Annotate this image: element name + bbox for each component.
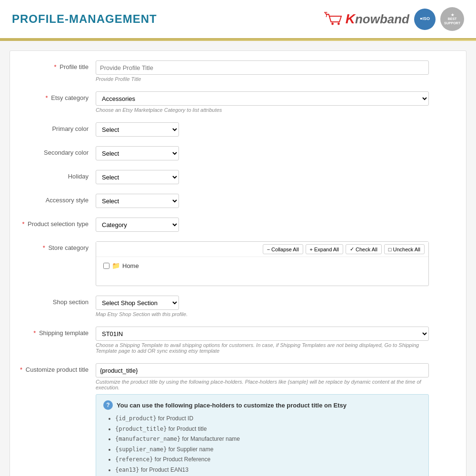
list-item: {product_title} for Product title bbox=[115, 424, 421, 435]
profile-title-hint: Provide Profile Title bbox=[96, 76, 429, 82]
info-icon: ? bbox=[103, 400, 113, 410]
required-star-2: * bbox=[46, 94, 48, 101]
tree-item-home-checkbox[interactable] bbox=[103, 263, 109, 269]
header-divider bbox=[0, 40, 476, 41]
secondary-color-field: Select bbox=[96, 146, 429, 160]
placeholder-list: {id_product} for Product ID {product_tit… bbox=[103, 414, 421, 476]
store-category-toolbar: − Collapse All + Expand All ✓ Check All … bbox=[96, 242, 428, 257]
check-all-button[interactable]: ✓ Check All bbox=[346, 244, 382, 254]
profile-title-row: * Profile title Provide Profile Title bbox=[20, 60, 456, 84]
required-star-3: * bbox=[22, 220, 24, 228]
list-item: {id_product} for Product ID bbox=[115, 414, 421, 424]
profile-title-label: * Profile title bbox=[20, 60, 96, 70]
tree-item-home-label: Home bbox=[122, 262, 139, 269]
expand-all-button[interactable]: + Expand All bbox=[306, 244, 343, 254]
product-selection-type-row: * Product selection type Category bbox=[20, 218, 456, 234]
info-box-header: ? You can use the following place-holder… bbox=[103, 400, 421, 410]
tree-item-home: 📁 Home bbox=[103, 262, 421, 269]
store-category-field: − Collapse All + Expand All ✓ Check All … bbox=[96, 241, 429, 286]
shipping-template-field: ST01IN Choose a Shipping Template to ava… bbox=[96, 327, 429, 354]
placeholder-info-box: ? You can use the following place-holder… bbox=[96, 394, 429, 476]
expand-icon: + bbox=[310, 247, 313, 252]
holiday-label: Holiday bbox=[20, 170, 96, 180]
header-logos: K nowband ● ISO ★ BEST SUPPORT bbox=[324, 7, 464, 31]
shop-section-select[interactable]: Select Shop Section bbox=[96, 296, 179, 310]
page-title: PROFILE-MANAGEMENT bbox=[12, 12, 157, 26]
shop-section-field: Select Shop Section Map Etsy Shop Sectio… bbox=[96, 296, 429, 317]
uncheck-icon: □ bbox=[388, 247, 392, 252]
store-category-box: − Collapse All + Expand All ✓ Check All … bbox=[96, 241, 429, 286]
list-item: {ean13} for Product EAN13 bbox=[115, 465, 421, 476]
check-icon: ✓ bbox=[350, 246, 354, 252]
customize-product-title-input[interactable] bbox=[96, 363, 429, 377]
primary-color-select[interactable]: Select bbox=[96, 122, 179, 137]
accessory-style-row: Accessory style Select bbox=[20, 194, 456, 210]
profile-title-field: Provide Profile Title bbox=[96, 60, 429, 82]
shop-section-hint: Map Etsy Shop Section with this profile. bbox=[96, 311, 429, 317]
customize-product-title-row: * Customize product title Customize the … bbox=[20, 363, 456, 476]
shipping-template-row: * Shipping template ST01IN Choose a Ship… bbox=[20, 327, 456, 356]
svg-point-1 bbox=[337, 23, 340, 25]
customize-product-title-field: Customize the product title by using the… bbox=[96, 363, 429, 476]
required-star-6: * bbox=[20, 366, 22, 373]
secondary-color-label: Secondary color bbox=[20, 146, 96, 156]
store-category-label: * Store category bbox=[20, 241, 96, 251]
etsy-category-select[interactable]: Accessories bbox=[96, 91, 429, 106]
shop-section-label: Shop section bbox=[20, 296, 96, 306]
logo-text: nowband bbox=[355, 12, 409, 27]
holiday-row: Holiday Select bbox=[20, 170, 456, 187]
shop-section-row: Shop section Select Shop Section Map Ets… bbox=[20, 296, 456, 319]
cart-icon bbox=[324, 12, 343, 26]
shipping-template-label: * Shipping template bbox=[20, 327, 96, 337]
shipping-template-select[interactable]: ST01IN bbox=[96, 327, 429, 341]
list-item: {supplier_name} for Supplier name bbox=[115, 445, 421, 455]
collapse-icon: − bbox=[267, 247, 270, 252]
etsy-category-label: * Etsy category bbox=[20, 91, 96, 101]
customize-product-title-label: * Customize product title bbox=[20, 363, 96, 373]
collapse-all-button[interactable]: − Collapse All bbox=[263, 244, 303, 254]
primary-color-field: Select bbox=[96, 122, 429, 137]
knowband-logo: K nowband bbox=[324, 11, 409, 27]
secondary-color-select[interactable]: Select bbox=[96, 146, 179, 160]
required-star-5: * bbox=[33, 329, 36, 337]
accessory-style-field: Select bbox=[96, 194, 429, 208]
profile-title-input[interactable] bbox=[96, 60, 429, 75]
shipping-template-hint: Choose a Shipping Template to avail ship… bbox=[96, 342, 429, 354]
list-item: {manufacturer_name} for Manufacturer nam… bbox=[115, 434, 421, 445]
folder-icon: 📁 bbox=[112, 262, 120, 269]
holiday-select[interactable]: Select bbox=[96, 170, 179, 184]
customize-product-title-hint: Customize the product title by using the… bbox=[96, 379, 429, 390]
primary-color-label: Primary color bbox=[20, 122, 96, 132]
accessory-style-label: Accessory style bbox=[20, 194, 96, 204]
uncheck-all-button[interactable]: □ Uncheck All bbox=[384, 244, 425, 254]
store-category-row: * Store category − Collapse All + Expand… bbox=[20, 241, 456, 288]
logo-k-letter: K bbox=[346, 11, 355, 27]
product-selection-type-label: * Product selection type bbox=[20, 218, 96, 228]
etsy-category-field: Accessories Choose an Etsy Marketplace C… bbox=[96, 91, 429, 113]
list-item: {reference} for Product Reference bbox=[115, 455, 421, 465]
secondary-color-row: Secondary color Select bbox=[20, 146, 456, 163]
etsy-category-row: * Etsy category Accessories Choose an Et… bbox=[20, 91, 456, 115]
accessory-style-select[interactable]: Select bbox=[96, 194, 179, 208]
iso-badge: ● ISO bbox=[414, 9, 436, 30]
required-star-4: * bbox=[43, 244, 45, 251]
etsy-category-hint: Choose an Etsy Marketplace Category to l… bbox=[96, 107, 429, 113]
profile-management-form: * Profile title Provide Profile Title * … bbox=[10, 50, 466, 476]
store-category-tree: 📁 Home bbox=[96, 257, 428, 286]
primary-color-row: Primary color Select bbox=[20, 122, 456, 139]
page-header: PROFILE-MANAGEMENT K nowband ● ISO ★ BES… bbox=[0, 0, 476, 40]
svg-point-0 bbox=[331, 23, 334, 25]
holiday-field: Select bbox=[96, 170, 429, 184]
award-badge: ★ BEST SUPPORT bbox=[440, 7, 464, 31]
product-selection-type-select[interactable]: Category bbox=[96, 218, 179, 232]
product-selection-type-field: Category bbox=[96, 218, 429, 232]
required-star: * bbox=[54, 63, 57, 70]
